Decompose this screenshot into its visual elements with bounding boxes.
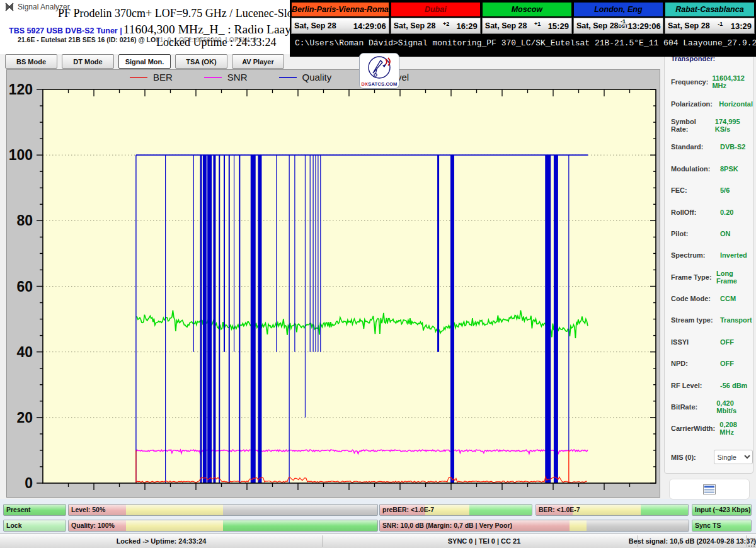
param-value: CCM: [720, 295, 736, 302]
clock-date: Sat, Sep 28: [294, 21, 336, 30]
clock-time: 16:29: [457, 21, 478, 31]
param-value: DVB-S2: [720, 143, 745, 151]
signal-analyzer-window: Signal Analyzer PF Prodelin 370cm+ LOF=9…: [0, 0, 756, 548]
clock-datetime: Sat, Sep 28-1DST13:29:06: [573, 18, 663, 34]
param-value: ON: [720, 230, 731, 237]
signal-analyzer-icon: [5, 3, 14, 11]
tab-bs-mode[interactable]: BS Mode: [5, 54, 57, 69]
tab-signal-mon[interactable]: Signal Mon.: [118, 54, 171, 69]
tab-tsa-ok[interactable]: TSA (OK): [175, 54, 227, 69]
svg-text:80: 80: [16, 212, 33, 229]
clock-date: Sat, Sep 28: [576, 21, 619, 30]
param-label: Standard:: [671, 143, 720, 151]
svg-text:100: 100: [9, 147, 33, 163]
clock-datetime: Sat, Sep 28+216:29: [391, 18, 481, 34]
param-label: Polarization:: [671, 100, 719, 108]
console-window: Berlin-Paris-Vienna-RomaSat, Sep 2814:29…: [290, 0, 756, 57]
svg-text:120: 120: [9, 81, 33, 98]
present-indicator: Present: [3, 504, 66, 516]
param-value: OFF: [720, 360, 734, 367]
param-label: Spectrum:: [671, 251, 720, 259]
table-icon: [703, 484, 716, 494]
tab-dt-mode[interactable]: DT Mode: [62, 54, 114, 69]
legend-swatch: [279, 77, 297, 78]
clock-datetime: Sat, Sep 28+115:29: [482, 18, 572, 34]
param-row-frame-type: Frame Type:Long Frame: [665, 266, 753, 288]
syncts-bar-label: Sync TS: [695, 520, 721, 531]
param-label: Modulation:: [671, 165, 720, 173]
tuner-label: TBS 5927 USB DVB-S2 Tuner |: [9, 26, 122, 35]
world-clock-rabat-casablanca: Rabat-CasablancaSat, Sep 28-113:29: [665, 2, 755, 34]
param-row-carrierwidth: CarrierWidth:0,208 MHz: [665, 418, 753, 439]
param-row-standard: Standard:DVB-S2: [665, 136, 753, 157]
clock-city-header: London, Eng: [573, 2, 663, 17]
legend-item-quality: Quality: [279, 72, 332, 83]
tab-av-player[interactable]: AV Player: [232, 54, 284, 69]
param-row-polarization: Polarization:Horizontal: [665, 93, 753, 114]
world-clock-dubai: DubaiSat, Sep 28+216:29: [391, 2, 481, 34]
clock-time: 15:29: [548, 21, 569, 31]
param-value: 5/6: [720, 186, 730, 194]
world-clock-moscow: MoscowSat, Sep 28+115:29: [482, 2, 572, 34]
quality-bar: Quality: 100%: [68, 520, 378, 532]
lock-indicator-label: Lock: [6, 520, 22, 531]
param-row-modulation: Modulation:8PSK: [665, 158, 753, 180]
signal-chart: 020406080100120: [7, 70, 660, 497]
logo-text: DXSATCS.COM: [361, 81, 397, 87]
world-clock-london-eng: London, EngSat, Sep 28-1DST13:29:06: [573, 2, 663, 34]
param-label: BitRate:: [671, 403, 716, 411]
param-label: RollOff:: [671, 208, 720, 216]
dxsatcs-logo: DXSATCS.COM: [359, 53, 399, 89]
tuner-line: TBS 5927 USB DVB-S2 Tuner | 11604,300 MH…: [9, 23, 315, 37]
param-rows: Frequency:11604,312 MHzPolarization:Hori…: [665, 71, 753, 440]
console-prompt: C:\Users\Roman Dávid>Signal monitoring_P…: [295, 38, 756, 48]
param-value: Horizontal: [719, 100, 753, 108]
legend-label: BER: [153, 72, 173, 83]
ber-bar: BER: <1.0E-7: [536, 504, 689, 516]
legend-swatch: [130, 77, 147, 78]
level-bar-label: Level: 50%: [71, 505, 105, 515]
param-value: 174,995 KS/s: [715, 118, 753, 133]
mis-label: MIS (0):: [671, 454, 714, 461]
statusbar-separator: [323, 535, 323, 547]
clock-time: 13:29:06: [628, 21, 661, 31]
param-label: Frequency:: [671, 78, 712, 86]
statusbar-uptime: Locked -> Uptime: 24:33:24: [0, 534, 323, 548]
param-value: Inverted: [720, 251, 747, 259]
param-label: RF Level:: [671, 382, 720, 389]
clock-date: Sat, Sep 28: [668, 21, 710, 30]
statusbar: Locked -> Uptime: 24:33:24 SYNC 0 | TEI …: [0, 534, 756, 548]
param-value: 8PSK: [720, 165, 738, 173]
ts-list-button[interactable]: [669, 479, 750, 499]
param-label: Code Mode:: [671, 295, 720, 302]
param-row-symbol-rate: Symbol Rate:174,995 KS/s: [665, 115, 753, 136]
param-label: ISSYI: [671, 338, 720, 346]
legend-swatch: [204, 77, 222, 78]
param-label: Symbol Rate:: [671, 118, 715, 133]
clock-city-header: Rabat-Casablanca: [665, 2, 755, 17]
param-row-stream-type: Stream type:Transport: [665, 309, 753, 331]
param-value: 11604,312 MHz: [712, 74, 753, 89]
param-value: 0,420 Mbit/s: [716, 399, 753, 414]
param-value: Transport: [720, 316, 752, 324]
statusbar-best-signal: Best signal: 10,5 dB (2024-09-28 13:37): [638, 534, 747, 548]
param-row-spectrum: Spectrum:Inverted: [665, 244, 753, 266]
channel-label: 11604,300 MHz_H_ : Radio Laayoune: [123, 23, 315, 37]
param-row-code-mode: Code Mode:CCM: [665, 288, 753, 309]
indicator-bars: PresentLevel: 50%preBER: <1.0E-7BER: <1.…: [0, 499, 756, 534]
mis-row: MIS (0): Single: [665, 445, 753, 470]
clock-city-header: Dubai: [391, 2, 481, 17]
svg-text:0: 0: [25, 475, 33, 491]
syncts-bar: Sync TS: [692, 520, 752, 532]
locked-uptime: Locked Uptime : 24:33:24: [156, 36, 276, 49]
param-label: FEC:: [671, 186, 720, 194]
param-row-pilot: Pilot:ON: [665, 223, 753, 244]
legend-label: SNR: [227, 72, 248, 83]
clock-datetime: Sat, Sep 28-113:29: [665, 18, 755, 34]
param-label: NPD:: [671, 360, 720, 367]
resize-grip[interactable]: [747, 539, 755, 547]
param-row-fec: FEC:5/6: [665, 180, 753, 201]
clock-city-header: Berlin-Paris-Vienna-Roma: [291, 2, 389, 17]
mis-select[interactable]: Single: [714, 450, 753, 464]
statusbar-separator: [638, 535, 638, 547]
